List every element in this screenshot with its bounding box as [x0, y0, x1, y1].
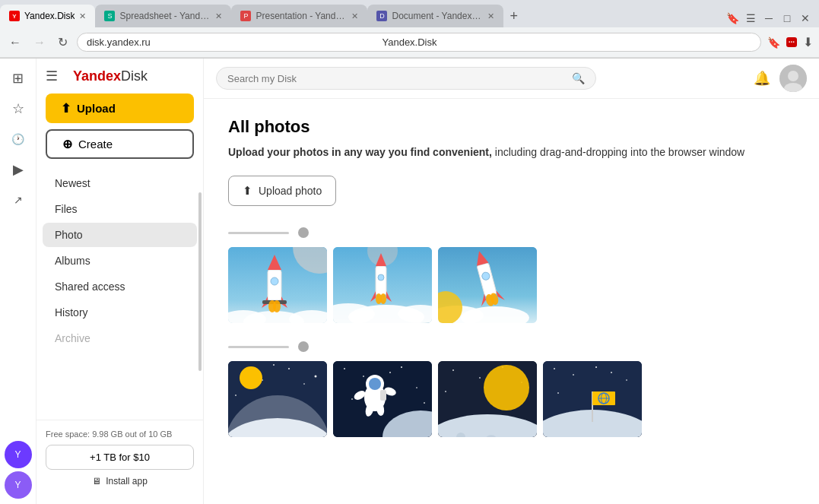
tab-disk-close[interactable]: ✕: [79, 11, 86, 21]
photo-thumb-2[interactable]: [333, 247, 432, 323]
tab-document-label: Document - Yandex.D...: [392, 11, 483, 21]
back-button[interactable]: ←: [6, 33, 24, 52]
rail-history-icon[interactable]: 🕐: [5, 125, 32, 153]
sidebar-scrollbar[interactable]: [198, 59, 202, 504]
search-icon: 🔍: [572, 72, 585, 84]
create-label: Create: [78, 138, 113, 151]
close-window-icon[interactable]: ✕: [798, 12, 813, 24]
rail-grid-icon[interactable]: ⊞: [5, 65, 32, 92]
scroll-thumb: [198, 192, 202, 371]
svg-point-46: [315, 376, 317, 378]
rail-play-icon[interactable]: ▶: [5, 156, 32, 183]
section-dot-1: [298, 227, 309, 238]
extension-icon[interactable]: ···: [786, 37, 797, 47]
rail-share-icon[interactable]: ↗: [5, 186, 32, 214]
bookmark-icon[interactable]: 🔖: [767, 36, 780, 49]
tab-document-favicon: D: [376, 11, 387, 21]
user-avatar[interactable]: [779, 65, 807, 92]
tab-presentation[interactable]: P Presentation - Yande... ✕: [231, 5, 367, 27]
svg-point-79: [573, 374, 574, 376]
svg-point-56: [389, 372, 391, 373]
bookmark-manager-icon[interactable]: 🔖: [725, 12, 740, 24]
create-button[interactable]: ⊕ Create: [46, 129, 194, 159]
svg-point-78: [554, 368, 555, 369]
photo-grid-2: [228, 361, 795, 437]
tab-spreadsheet[interactable]: S Spreadsheet - Yande... ✕: [95, 5, 231, 27]
install-app-button[interactable]: 🖥 Install app: [46, 476, 194, 487]
tab-presentation-close[interactable]: ✕: [351, 11, 358, 21]
sidebar-item-newest[interactable]: Newest: [43, 171, 197, 195]
svg-point-72: [445, 391, 446, 392]
upgrade-button[interactable]: +1 TB for $10: [46, 445, 194, 470]
forward-button[interactable]: →: [30, 33, 49, 52]
svg-point-52: [363, 376, 364, 377]
sidebar-item-files[interactable]: Files: [43, 197, 197, 221]
svg-point-55: [351, 398, 353, 400]
upload-photo-button[interactable]: ⬆ Upload photo: [228, 176, 336, 206]
tab-document-close[interactable]: ✕: [487, 11, 494, 21]
photo-thumb-3[interactable]: [438, 247, 537, 323]
svg-point-81: [626, 379, 627, 381]
app-header: 🔍 🔔: [204, 59, 819, 99]
section-bar-2: [228, 341, 795, 352]
upload-photo-icon: ⬆: [243, 184, 252, 198]
download-icon[interactable]: ⬇: [803, 35, 813, 49]
logo-disk: Disk: [121, 68, 148, 84]
upload-button[interactable]: ⬆ Upload: [46, 94, 194, 123]
svg-point-44: [235, 395, 236, 396]
svg-point-53: [401, 366, 402, 368]
section-line-2: [228, 346, 289, 348]
tab-document[interactable]: D Document - Yandex.D... ✕: [367, 5, 503, 27]
notification-icon[interactable]: 🔔: [754, 70, 770, 87]
new-tab-button[interactable]: +: [503, 5, 524, 27]
sidebar-item-archive[interactable]: Archive: [43, 326, 197, 350]
svg-point-51: [344, 368, 345, 369]
rail-yandex-icon-2[interactable]: Y: [5, 471, 32, 499]
photo-thumb-5[interactable]: [333, 361, 432, 437]
page-description: Upload your photos in any way you find c…: [228, 144, 795, 160]
svg-point-10: [271, 277, 278, 285]
sidebar-item-shared[interactable]: Shared access: [43, 274, 197, 299]
minimize-icon[interactable]: ─: [761, 12, 776, 24]
tab-disk[interactable]: Y Yandex.Disk ✕: [0, 5, 95, 27]
sidebar-footer: Free space: 9.98 GB out of 10 GB +1 TB f…: [37, 420, 203, 496]
tab-spreadsheet-close[interactable]: ✕: [215, 11, 222, 21]
photo-section-1: [228, 227, 795, 323]
svg-point-57: [424, 402, 425, 404]
rail-star-icon[interactable]: ☆: [5, 95, 32, 122]
photo-thumb-6[interactable]: [438, 361, 537, 437]
svg-point-23: [378, 274, 384, 281]
svg-point-68: [452, 369, 454, 371]
photo-thumb-1[interactable]: [228, 247, 327, 323]
page-desc-normal: including drag-and-dropping into the bro…: [492, 146, 744, 158]
browser-menu-icon[interactable]: ☰: [743, 12, 758, 24]
section-bar-1: [228, 227, 795, 238]
sidebar-item-history[interactable]: History: [43, 300, 197, 325]
create-icon: ⊕: [62, 137, 72, 151]
tab-presentation-label: Presentation - Yande...: [256, 11, 347, 21]
header-right: 🔔: [754, 65, 807, 92]
sidebar-item-albums[interactable]: Albums: [43, 249, 197, 273]
svg-point-42: [288, 368, 290, 369]
main-content: All photos Upload your photos in any way…: [204, 99, 819, 504]
svg-point-45: [273, 364, 275, 366]
svg-point-83: [611, 372, 612, 373]
photo-thumb-7[interactable]: [543, 361, 642, 437]
rail-yandex-icon[interactable]: Y: [5, 441, 32, 468]
svg-point-27: [380, 293, 386, 304]
page-title-chrome: Yandex.Disk: [382, 36, 436, 48]
maximize-icon[interactable]: □: [779, 12, 795, 24]
hamburger-icon[interactable]: ☰: [46, 68, 58, 84]
search-container: 🔍: [216, 67, 596, 90]
svg-point-47: [240, 366, 262, 389]
photo-grid-1: [228, 247, 795, 323]
upload-icon: ⬆: [61, 101, 71, 116]
reload-button[interactable]: ↻: [55, 32, 71, 52]
svg-point-15: [273, 300, 281, 312]
logo: Yandex Disk: [73, 68, 148, 84]
search-input[interactable]: [227, 73, 566, 84]
icon-rail: ⊞ ☆ 🕐 ▶ ↗ Y Y: [0, 59, 37, 504]
tab-disk-favicon: Y: [9, 11, 20, 21]
photo-thumb-4[interactable]: [228, 361, 327, 437]
sidebar-item-photo[interactable]: Photo: [43, 223, 197, 247]
